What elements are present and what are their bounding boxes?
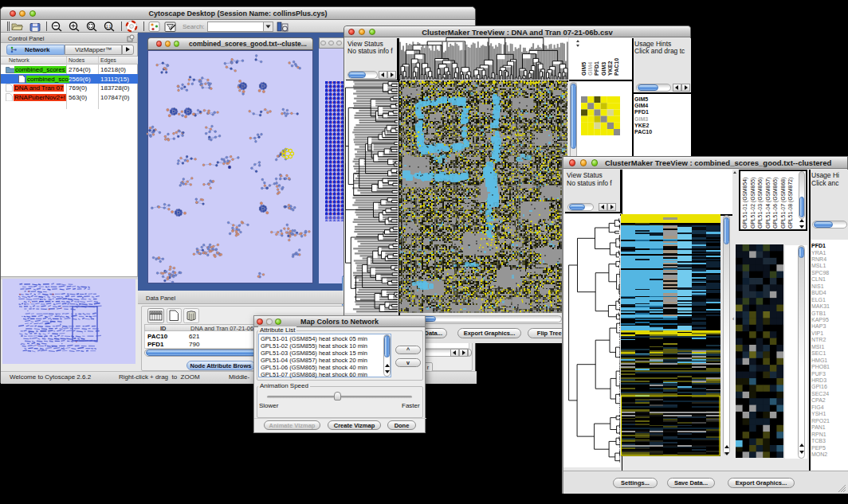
svg-text:1:1: 1:1 — [106, 25, 112, 29]
svg-text:Search:: Search: — [183, 23, 205, 30]
